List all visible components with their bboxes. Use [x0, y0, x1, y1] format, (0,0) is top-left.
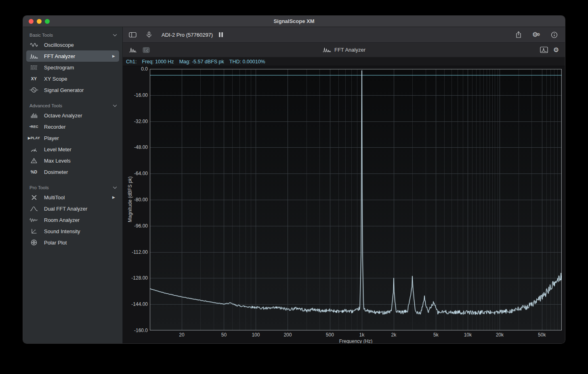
y-tick-label: -48.00: [123, 144, 148, 150]
section-label: Advanced Tools: [29, 103, 62, 108]
sidebar-item-dual-fft-analyzer[interactable]: Dual FFT Analyzer: [26, 203, 119, 214]
x-axis-title: Frequency (Hz): [150, 338, 562, 344]
octave-analyzer-icon: [26, 113, 42, 118]
x-tick-label: 100: [244, 332, 268, 338]
sidebar-item-dosimeter[interactable]: %DDosimeter: [26, 166, 119, 178]
y-tick-label: -160.0: [123, 328, 148, 333]
player-icon: ▶PLAY: [26, 136, 42, 140]
section-header-advanced-tools[interactable]: Advanced Tools: [23, 102, 122, 110]
info-icon[interactable]: [551, 31, 558, 38]
xy-scope-icon: XY: [26, 76, 42, 81]
sidebar-item-label: Spectrogram: [44, 65, 74, 71]
signal-generator-icon: [26, 87, 42, 93]
pause-button[interactable]: [218, 32, 223, 38]
desktop-background: SignalScope XM Basic ToolsOscilloscopeFF…: [0, 0, 588, 374]
x-tick-label: 10k: [456, 332, 480, 338]
tool-toolbar: FFT Analyzer ⚙: [123, 43, 565, 57]
close-button[interactable]: [29, 19, 34, 24]
room-analyzer-icon: [26, 217, 42, 223]
sidebar-toggle-icon[interactable]: [129, 31, 136, 38]
sidebar-item-label: Dual FFT Analyzer: [44, 206, 87, 212]
dual-fft-analyzer-icon: [26, 206, 42, 211]
sidebar-item-label: FFT Analyzer: [44, 53, 75, 59]
freq-readout: Freq: 1000 Hz: [142, 59, 174, 65]
sidebar-item-label: Player: [44, 135, 59, 141]
y-tick-label: -32.00: [123, 119, 148, 124]
sidebar-item-spectrogram[interactable]: Spectrogram: [26, 62, 119, 73]
polar-plot-icon: [26, 239, 42, 246]
sidebar-item-label: Recorder: [44, 124, 65, 130]
microphone-icon[interactable]: [146, 31, 152, 38]
window-title: SignalScope XM: [23, 16, 565, 27]
multitool-icon: [26, 194, 42, 201]
chevron-down-icon: [113, 34, 117, 37]
y-tick-label: -64.00: [123, 171, 148, 176]
chart-region: Magnitude (dBFS pk) 0.0-16.00-32.00-48.0…: [123, 66, 565, 343]
sidebar-item-xy-scope[interactable]: XYXY Scope: [26, 73, 119, 84]
mag-readout: Mag: -5.57 dBFS pk: [179, 59, 224, 65]
share-icon[interactable]: [515, 31, 522, 38]
y-tick-label: -128.00: [123, 275, 148, 281]
sidebar-item-label: Octave Analyzer: [44, 113, 82, 119]
x-tick-label: 1k: [350, 332, 374, 338]
oscilloscope-icon: [26, 42, 42, 47]
chevron-down-icon: [113, 104, 117, 107]
sidebar-item-label: Room Analyzer: [44, 217, 80, 223]
main-content: ADI-2 Pro (57760297) ⚙⚙ FFT Analyzer ⚙: [123, 27, 565, 343]
sidebar-item-max-levels[interactable]: Max Levels: [26, 155, 119, 166]
fft-plot[interactable]: [150, 69, 562, 330]
y-tick-label: -112.00: [123, 249, 148, 255]
tool-title: FFT Analyzer: [322, 47, 365, 53]
sidebar-item-octave-analyzer[interactable]: Octave Analyzer: [26, 110, 119, 121]
sidebar-item-level-meter[interactable]: Level Meter: [26, 144, 119, 155]
spectrogram-thumbnail-icon[interactable]: [143, 47, 150, 53]
tool-title-label: FFT Analyzer: [334, 47, 365, 53]
traffic-lights: [29, 19, 50, 24]
x-tick-label: 2k: [382, 332, 406, 338]
sidebar-item-label: Polar Plot: [44, 240, 67, 246]
settings-gears-icon[interactable]: ⚙⚙: [532, 31, 540, 38]
y-tick-label: -16.00: [123, 92, 148, 98]
fft-analyzer-icon: [322, 47, 331, 52]
sound-intensity-icon: [26, 228, 42, 234]
fft-trace-icon[interactable]: [129, 47, 137, 53]
sidebar-item-label: Oscilloscope: [44, 42, 74, 48]
tool-toolbar-right-group: ⚙: [540, 46, 565, 53]
sidebar-item-room-analyzer[interactable]: Room Analyzer: [26, 214, 119, 226]
channel-readout: Ch1:: [126, 59, 136, 65]
thd-readout: THD: 0.00010%: [229, 59, 265, 65]
sidebar-item-sound-intensity[interactable]: Sound Intensity: [26, 226, 119, 237]
sidebar-item-label: Sound Intensity: [44, 228, 80, 234]
sidebar-item-label: MultiTool: [44, 194, 65, 201]
gear-icon[interactable]: ⚙: [553, 47, 559, 53]
sidebar-item-label: Level Meter: [44, 146, 71, 153]
y-tick-label: -144.00: [123, 301, 148, 307]
disclosure-arrow-icon[interactable]: ▶: [112, 54, 115, 58]
x-tick-label: 50: [212, 332, 236, 338]
section-header-basic-tools[interactable]: Basic Tools: [23, 31, 122, 39]
section-header-pro-tools[interactable]: Pro Tools: [23, 184, 122, 192]
sidebar-item-label: Signal Generator: [44, 87, 84, 93]
disclosure-arrow-icon[interactable]: ▶: [112, 195, 115, 199]
zoom-button[interactable]: [45, 19, 50, 24]
sidebar-item-label: XY Scope: [44, 76, 67, 82]
minimize-button[interactable]: [37, 19, 42, 24]
sidebar-item-multitool[interactable]: MultiTool▶: [26, 192, 119, 203]
sidebar-item-signal-generator[interactable]: Signal Generator: [26, 84, 119, 96]
x-tick-label: 200: [275, 332, 300, 338]
sidebar-item-fft-analyzer[interactable]: FFT Analyzer▶: [26, 50, 119, 62]
sidebar-item-recorder[interactable]: •RECRecorder: [26, 121, 119, 132]
section-label: Basic Tools: [29, 33, 53, 38]
window-titlebar[interactable]: SignalScope XM: [23, 16, 565, 27]
x-tick-label: 20k: [487, 332, 512, 338]
sidebar-item-oscilloscope[interactable]: Oscilloscope: [26, 39, 119, 50]
chart-settings-icon[interactable]: [540, 46, 548, 53]
sidebar-item-player[interactable]: ▶PLAYPlayer: [26, 132, 119, 144]
spectrogram-icon: [26, 65, 42, 70]
sidebar: Basic ToolsOscilloscopeFFT Analyzer▶Spec…: [23, 27, 123, 343]
device-label[interactable]: ADI-2 Pro (57760297): [162, 32, 213, 38]
sidebar-item-polar-plot[interactable]: Polar Plot: [26, 237, 119, 248]
max-levels-icon: [26, 158, 42, 163]
x-tick-label: 5k: [424, 332, 448, 338]
section-label: Pro Tools: [29, 185, 49, 190]
